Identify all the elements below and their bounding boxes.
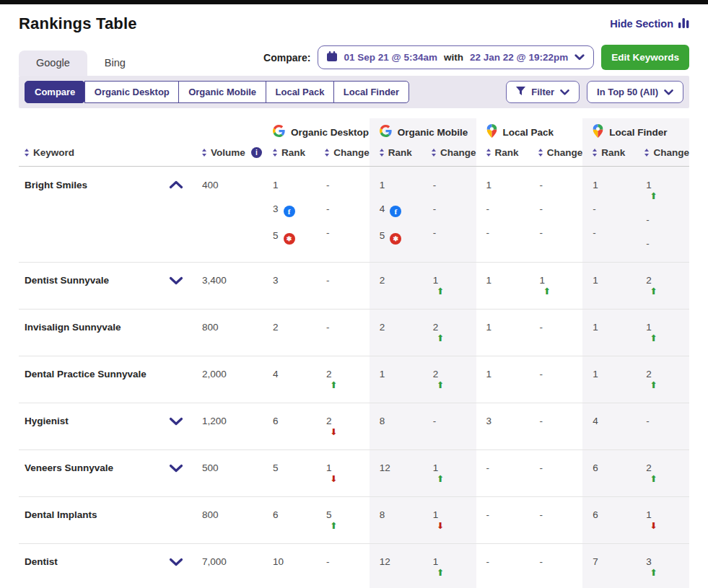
- segment-organic-desktop[interactable]: Organic Desktop: [84, 81, 180, 103]
- hide-section-label: Hide Section: [610, 18, 673, 30]
- keyword-column-header[interactable]: Keyword: [19, 142, 160, 166]
- rank-scope-label: In Top 50 (All): [597, 87, 658, 97]
- keyword-cell: Dental Practice Sunnyvale: [19, 356, 160, 403]
- sort-icon: [325, 149, 329, 157]
- volume-cell: 1,200: [192, 403, 263, 449]
- segment-organic-mobile[interactable]: Organic Mobile: [178, 81, 266, 103]
- column-group-organic-mobile: Organic Mobile: [370, 118, 476, 142]
- rank-up-arrow-icon: ⬆: [650, 567, 689, 578]
- keyword-cell: Veneers Sunnyvale: [19, 450, 160, 496]
- change-cell: 2⬆: [423, 356, 476, 403]
- sort-icon: [202, 149, 206, 157]
- segment-local-finder[interactable]: Local Finder: [333, 81, 409, 103]
- segment-local-pack[interactable]: Local Pack: [266, 81, 335, 103]
- compare-label: Compare:: [263, 52, 310, 63]
- rankings-section: Rankings Table Hide Section Google Bing …: [0, 4, 708, 588]
- change-cell: 1⬆--: [636, 167, 689, 262]
- expand-chevron[interactable]: [160, 167, 192, 262]
- expand-chevron[interactable]: [160, 450, 192, 496]
- rank-up-arrow-icon: ⬆: [543, 286, 582, 297]
- group-label: Local Finder: [609, 127, 667, 138]
- change-cell: -: [316, 310, 370, 356]
- rank-cell: -: [476, 450, 530, 496]
- sort-icon: [432, 149, 436, 157]
- rank-cell: 1: [476, 263, 530, 309]
- rank-down-arrow-icon: ⬇: [650, 520, 689, 531]
- column-group-local-pack: Local Pack: [476, 118, 583, 142]
- rank-cell: -: [476, 544, 530, 588]
- od-change-header[interactable]: Change: [315, 142, 370, 166]
- keyword-cell: Dentist Sunnyvale: [19, 263, 160, 309]
- info-icon[interactable]: i: [251, 147, 262, 158]
- tab-bing[interactable]: Bing: [87, 51, 143, 76]
- tab-google[interactable]: Google: [19, 51, 87, 76]
- change-cell: 1⬇: [423, 497, 476, 543]
- change-cell: 5⬆: [316, 497, 370, 543]
- rank-cell: 4: [263, 356, 316, 403]
- rank-cell: 12: [370, 450, 423, 496]
- expand-chevron[interactable]: [160, 263, 192, 309]
- rank-cell: 7: [582, 544, 636, 588]
- rank-cell: 13f5✱: [263, 167, 316, 262]
- change-cell: 1⬆: [529, 263, 582, 309]
- change-cell: 2⬇: [316, 403, 370, 449]
- rank-cell: 6: [582, 450, 636, 496]
- change-cell: -: [529, 544, 582, 588]
- google-icon: [273, 125, 285, 139]
- filter-dropdown[interactable]: Filter: [506, 81, 580, 103]
- lp-change-header[interactable]: Change: [528, 142, 583, 166]
- expand-chevron[interactable]: [160, 403, 192, 449]
- change-cell: -: [529, 403, 582, 449]
- om-rank-header[interactable]: Rank: [370, 142, 421, 166]
- expand-chevron[interactable]: [160, 544, 192, 588]
- rank-cell: 2: [370, 310, 423, 356]
- rank-cell: 2: [263, 310, 316, 356]
- change-cell: 2⬆: [316, 356, 370, 403]
- rank-up-arrow-icon: ⬆: [650, 286, 689, 297]
- rank-cell: 2: [370, 263, 423, 309]
- expander-spacer: [160, 356, 192, 403]
- sort-icon: [25, 149, 29, 157]
- sort-icon: [380, 149, 384, 157]
- group-label: Local Pack: [503, 127, 554, 138]
- segment-compare[interactable]: Compare: [25, 81, 85, 103]
- funnel-icon: [516, 87, 525, 97]
- lp-rank-header[interactable]: Rank: [476, 142, 528, 166]
- view-segments: Compare Organic Desktop Organic Mobile L…: [25, 81, 409, 103]
- column-group-row: Organic Desktop Organic Mobile Local Pac…: [19, 118, 689, 142]
- expander-spacer: [160, 310, 192, 356]
- rank-scope-dropdown[interactable]: In Top 50 (All): [587, 81, 683, 103]
- column-group-organic-desktop: Organic Desktop: [263, 118, 370, 142]
- group-label: Organic Mobile: [398, 127, 468, 138]
- column-group-local-finder: Local Finder: [582, 118, 689, 142]
- compare-date-joiner: with: [444, 52, 463, 63]
- od-rank-header[interactable]: Rank: [263, 142, 315, 166]
- volume-column-header[interactable]: Volume i: [192, 142, 263, 166]
- change-cell: 2⬆: [423, 310, 476, 356]
- compare-dates-dropdown[interactable]: 01 Sep 21 @ 5:34am with 22 Jan 22 @ 19:2…: [318, 45, 594, 69]
- sort-icon: [593, 149, 597, 157]
- change-cell: ---: [423, 167, 476, 262]
- table-row: Bright Smiles40013f5✱---14f5✱---1-----1-…: [19, 167, 689, 263]
- volume-cell: 500: [192, 450, 263, 496]
- rankings-table: Organic Desktop Organic Mobile Local Pac…: [19, 118, 689, 588]
- lf-rank-header[interactable]: Rank: [582, 142, 634, 166]
- edit-keywords-button[interactable]: Edit Keywords: [601, 45, 689, 70]
- page-title: Rankings Table: [19, 14, 137, 33]
- search-engine-tabs: Google Bing: [19, 51, 143, 76]
- change-cell: 1⬆: [636, 310, 689, 356]
- change-cell: 1⬇: [316, 450, 370, 496]
- change-cell: -: [316, 263, 370, 309]
- om-change-header[interactable]: Change: [421, 142, 476, 166]
- rank-cell: 1: [582, 263, 636, 309]
- volume-cell: 800: [192, 497, 263, 543]
- rank-cell: 1: [370, 356, 423, 403]
- hide-section-link[interactable]: Hide Section: [610, 18, 689, 30]
- table-row: Veneers Sunnyvale50051⬇121⬆--62⬆: [19, 450, 689, 497]
- keyword-cell: Invisalign Sunnyvale: [19, 310, 160, 356]
- lf-change-header[interactable]: Change: [634, 142, 689, 166]
- change-cell: ---: [529, 167, 582, 262]
- facebook-icon: f: [390, 206, 401, 217]
- change-cell: -: [529, 497, 582, 543]
- change-cell: 2⬆: [636, 450, 689, 496]
